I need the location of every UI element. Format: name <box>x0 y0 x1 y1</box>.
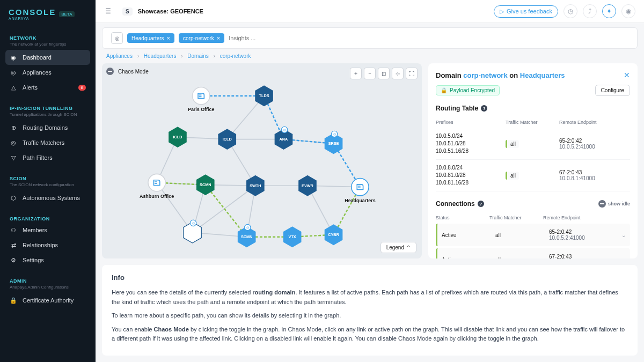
svg-text:CYBR: CYBR <box>328 232 339 237</box>
configure-button[interactable]: Configure <box>595 85 630 96</box>
svg-text:Headquarters: Headquarters <box>345 198 375 203</box>
sidebar-item-path-filters[interactable]: ▽ Path Filters <box>5 150 90 165</box>
help-icon[interactable]: ? <box>481 105 487 112</box>
chip-close-icon[interactable]: × <box>167 35 170 41</box>
sidebar-item-label: Settings <box>23 257 44 263</box>
sidebar-item-label: Traffic Matchers <box>23 139 64 146</box>
appliance-ashburn[interactable]: Ashburn Office <box>140 174 174 199</box>
nav-sub-admin: Anapaya Admin Configurations <box>5 285 90 293</box>
chevron-right-icon: › <box>137 53 139 59</box>
breadcrumb-link[interactable]: Appliances <box>106 53 133 59</box>
showcase-label: Showcase: GEOFENCE <box>138 8 203 14</box>
feedback-button[interactable]: ▷ Give us feedback <box>494 5 558 18</box>
close-icon[interactable]: ✕ <box>624 71 630 79</box>
filter-bar: ◎ Headquarters × corp-network × <box>102 27 638 49</box>
legend-button[interactable]: Legend ⌃ <box>380 242 416 253</box>
connection-row[interactable]: Active all 67-2:0:4310.0.8.1:41000 ⌄ <box>436 248 630 258</box>
lock-icon: 🔒 <box>441 87 447 93</box>
sidebar-item-relationships[interactable]: ⇄ Relationships <box>5 238 90 253</box>
breadcrumb-link[interactable]: Domains <box>187 53 208 59</box>
sidebar-item-routing-domains[interactable]: ⊕ Routing Domains <box>5 120 90 135</box>
svg-text:◎: ◎ <box>283 128 286 131</box>
filter-chip-corp-network[interactable]: corp-network × <box>179 33 224 43</box>
graph-panel: Chaos Mode ＋ － ⊡ ⊹ ⛶ TLDSICLDICLDANA◎SRS… <box>102 63 422 258</box>
nav-sub-scion: The SCION network configuration <box>5 182 90 190</box>
sidebar-item-autonomous-systems[interactable]: ⬡ Autonomous Systems <box>5 190 90 205</box>
main: ☰ S Showcase: GEOFENCE ▷ Give us feedbac… <box>96 0 644 362</box>
svg-text:SWTH: SWTH <box>250 183 261 188</box>
help-icon[interactable]: ? <box>478 201 484 207</box>
sidebar-item-label: Certificate Authority <box>23 297 74 304</box>
network-graph[interactable]: TLDSICLDICLDANA◎SRSE◎SCMNSWTHEVWRHIN◎SCM… <box>102 63 422 258</box>
sidebar-item-label: Members <box>23 227 47 233</box>
svg-text:VTX: VTX <box>289 234 296 239</box>
appliance-paris[interactable]: Paris Office <box>188 87 214 113</box>
filter-chip-headquarters[interactable]: Headquarters × <box>127 33 174 43</box>
graph-node-ICLD[interactable]: ICLD <box>169 127 187 147</box>
chip-close-icon[interactable]: × <box>217 35 220 41</box>
breadcrumb-link[interactable]: Headquarters <box>144 53 177 59</box>
breadcrumb-link[interactable]: corp-network <box>220 53 251 59</box>
appliances-icon: ◎ <box>10 69 17 76</box>
graph-node-ANA[interactable]: ANA◎ <box>275 127 293 150</box>
breadcrumb: Appliances › Headquarters › Domains › co… <box>96 49 644 63</box>
chevron-down-icon[interactable]: ⌄ <box>621 232 626 238</box>
nav-sub-network: The network at your fingertips <box>5 42 90 50</box>
users-icon: ⚇ <box>10 226 17 234</box>
clock-icon[interactable]: ◷ <box>564 4 577 18</box>
fit-icon[interactable]: ⊡ <box>378 68 390 79</box>
nav-heading-scion: SCION <box>5 174 90 182</box>
show-idle-toggle[interactable]: show idle <box>598 200 630 208</box>
svg-text:SCMN: SCMN <box>200 182 211 187</box>
connections-title: Connections ? <box>436 200 484 208</box>
lightbulb-icon[interactable]: ✦ <box>602 4 616 18</box>
filter-scope-icon[interactable]: ◎ <box>111 32 123 44</box>
user-avatar-icon[interactable]: ◉ <box>621 4 635 18</box>
dashboard-icon: ◉ <box>10 54 17 61</box>
routing-row[interactable]: 10.0.5.0/2410.0.51.0/2810.0.51.16/28 all… <box>436 128 630 160</box>
toggle-icon[interactable] <box>598 200 606 208</box>
info-paragraph: You can enable Chaos Mode by clicking th… <box>112 325 628 344</box>
graph-node-VTX[interactable]: VTX <box>283 226 302 247</box>
chevron-down-icon[interactable]: ⌄ <box>621 257 626 259</box>
logo: CONSOLE ANAPAYA BETA <box>0 8 96 25</box>
topbar: ☰ S Showcase: GEOFENCE ▷ Give us feedbac… <box>96 0 644 23</box>
conn-table-header: Status Traffic Matcher Remote Endpoint <box>436 212 630 224</box>
graph-node-SCMN[interactable]: SCMN◎ <box>238 224 256 247</box>
sidebar-item-alerts[interactable]: △ Alerts 6 <box>5 80 90 95</box>
graph-node-SWTH[interactable]: SWTH <box>246 175 265 196</box>
menu-icon[interactable]: ☰ <box>104 8 112 15</box>
fullscreen-icon[interactable]: ⛶ <box>406 68 418 79</box>
sidebar-item-label: Alerts <box>23 84 38 91</box>
info-title: Info <box>112 272 628 284</box>
zoom-in-icon[interactable]: ＋ <box>350 68 362 79</box>
svg-text:◎: ◎ <box>192 221 195 225</box>
insights-input[interactable] <box>229 35 628 41</box>
chevron-right-icon: › <box>181 53 182 59</box>
appliance-hq[interactable]: Headquarters <box>345 178 375 203</box>
sidebar-item-cert-authority[interactable]: 🔒 Certificate Authority <box>5 293 90 308</box>
svg-text:EVWR: EVWR <box>302 183 314 188</box>
graph-node-CYBR[interactable]: CYBR <box>325 224 343 245</box>
zoom-out-icon[interactable]: － <box>364 68 376 79</box>
graph-node-SRSE[interactable]: SRSE◎ <box>325 131 343 154</box>
toggle-icon[interactable] <box>106 68 114 75</box>
sidebar-item-members[interactable]: ⚇ Members <box>5 223 90 238</box>
nav-heading-admin: ADMIN <box>5 276 90 285</box>
content-row: Chaos Mode ＋ － ⊡ ⊹ ⛶ TLDSICLDICLDANA◎SRS… <box>96 63 644 265</box>
nav-heading-network: NETWORK <box>5 33 90 42</box>
sidebar-item-appliances[interactable]: ◎ Appliances <box>5 65 90 80</box>
upload-icon[interactable]: ⤴ <box>583 4 597 18</box>
sidebar-item-dashboard[interactable]: ◉ Dashboard <box>5 50 90 65</box>
chaos-toggle[interactable]: Chaos Mode <box>106 68 149 75</box>
encrypted-badge: 🔒 Payload Encrypted <box>436 85 500 95</box>
sidebar-item-settings[interactable]: ⚙ Settings <box>5 253 90 268</box>
center-icon[interactable]: ⊹ <box>392 68 404 79</box>
graph-node-EVWR[interactable]: EVWR <box>298 175 317 196</box>
connection-row[interactable]: Active all 65-2:0:4210.0.5.2:41000 ⌄ <box>436 224 630 246</box>
routing-row[interactable]: 10.0.8.0/2410.0.81.0/2810.0.81.16/28 all… <box>436 160 630 191</box>
svg-text:◎: ◎ <box>246 226 249 229</box>
sidebar-item-traffic-matchers[interactable]: ◎ Traffic Matchers <box>5 135 90 150</box>
chevron-right-icon: › <box>214 53 215 59</box>
info-paragraph: To learn more about a specific path, you… <box>112 311 628 321</box>
